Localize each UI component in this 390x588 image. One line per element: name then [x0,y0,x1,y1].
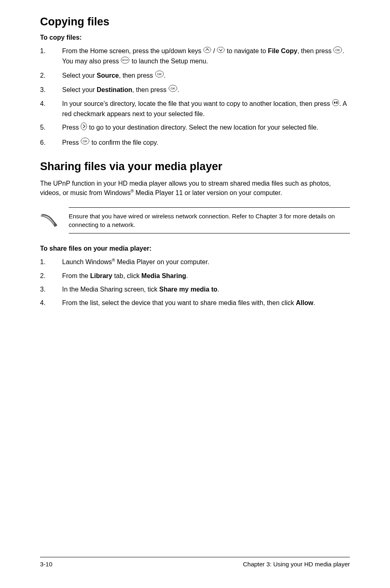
svg-text:SETUP: SETUP [122,59,128,61]
subhead-to-share: To share files on your media player: [40,245,350,252]
svg-point-0 [204,47,211,53]
note-text: Ensure that you have wired or wireless n… [69,212,350,229]
copy-step-1: From the Home screen, press the up/down … [40,46,350,67]
svg-rect-11 [336,101,336,104]
registered-symbol: ® [112,258,115,263]
note-block: Ensure that you have wired or wireless n… [40,207,350,233]
share-step-4: From the list, select the device that yo… [40,298,350,307]
copy-step-4: In your source's directory, locate the f… [40,99,350,119]
divider [69,233,350,233]
ok-key-icon: OK [333,46,342,56]
setup-key-icon: SETUP [121,56,130,66]
share-steps-list: Launch Windows® Media Player on your com… [40,257,350,307]
sharing-body: The UPnP function in your HD media playe… [40,179,350,198]
share-step-2: From the Library tab, click Media Sharin… [40,271,350,281]
svg-point-13 [81,123,87,130]
ok-key-icon: OK [155,70,164,80]
svg-text:OK: OK [83,139,88,143]
heading-copying-files: Copying files [40,16,350,28]
registered-symbol: ® [130,189,134,193]
ok-key-icon: OK [168,85,177,94]
share-step-1: Launch Windows® Media Player on your com… [40,257,350,267]
copy-step-5: Press to go to your destination director… [40,123,350,133]
play-pause-key-icon [332,99,339,109]
heading-sharing-files: Sharing files via your media player [40,160,350,173]
ok-key-icon: OK [81,137,90,147]
svg-point-1 [217,47,224,53]
right-key-icon [81,122,87,133]
chapter-label: Chapter 3: Using your HD media player [243,561,350,568]
copy-steps-list: From the Home screen, press the up/down … [40,46,350,148]
copy-step-3: Select your Destination, then press OK. [40,85,350,95]
svg-text:OK: OK [157,72,162,76]
svg-text:OK: OK [336,48,341,52]
svg-rect-12 [337,101,338,104]
copy-step-6: Press OK to confirm the file copy. [40,138,350,148]
copy-step-2: Select your Source, then press OK. [40,71,350,81]
subhead-to-copy: To copy files: [40,34,350,41]
share-step-3: In the Media Sharing screen, tick Share … [40,285,350,294]
page-number: 3-10 [40,561,52,568]
note-icon [40,213,69,228]
page-footer: 3-10 Chapter 3: Using your HD media play… [40,557,350,568]
down-key-icon [217,46,225,56]
svg-text:OK: OK [170,87,175,90]
divider [40,557,350,557]
up-key-icon [203,46,211,56]
